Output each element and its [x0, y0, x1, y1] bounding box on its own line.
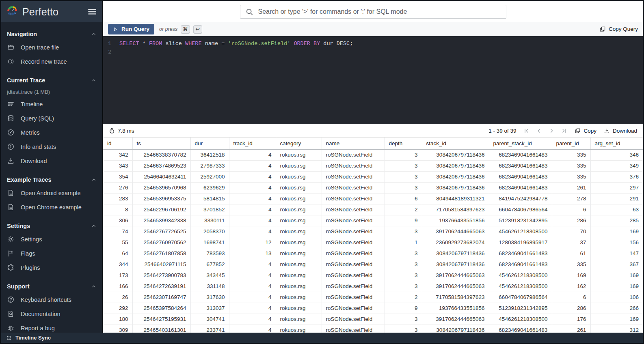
section-header-settings[interactable]: Settings — [1, 220, 102, 232]
cell-dur: 783593 — [190, 248, 229, 259]
sidebar-item-info-and-stats[interactable]: Info and stats — [1, 140, 102, 154]
section-header-support[interactable]: Support — [1, 280, 102, 292]
cell-name: roSGNode.setField — [322, 259, 385, 270]
download-results-button[interactable]: Download — [604, 128, 637, 134]
cell-depth: 9 — [385, 215, 422, 226]
sidebar-section-settings: SettingsSettingsFlagsPlugins — [1, 220, 102, 275]
cell-stack_id: 3917062444665063 — [422, 270, 489, 281]
database-icon — [7, 114, 15, 122]
sidebar-item-query-sql-[interactable]: Query (SQL) — [1, 111, 102, 125]
sidebar-item-settings[interactable]: Settings — [1, 232, 102, 246]
sidebar-item-metrics[interactable]: Metrics — [1, 125, 102, 140]
cell-id: 55 — [103, 237, 132, 248]
perfetto-logo-icon — [6, 6, 18, 18]
cell-parent_id: 6 — [552, 292, 590, 303]
cell-parent_stack_id: 6823469041661483 — [489, 171, 552, 182]
cell-ts: 25466374869523 — [132, 160, 190, 171]
cell-category: rokuos.rsg — [276, 281, 322, 292]
first-page-icon[interactable] — [523, 128, 529, 134]
section-header-current-trace[interactable]: Current Trace — [1, 74, 102, 86]
sidebar-item-label: Keyboard shortcuts — [21, 297, 71, 303]
sidebar-item-plugins[interactable]: Plugins — [1, 260, 102, 275]
search-input[interactable] — [258, 8, 501, 15]
cell-parent_id: 162 — [552, 281, 590, 292]
sidebar-item-download[interactable]: Download — [1, 154, 102, 168]
column-header-arg_set_id: arg_set_id — [590, 138, 643, 149]
cell-category: rokuos.rsg — [276, 314, 322, 325]
sidebar-item-keyboard-shortcuts[interactable]: Keyboard shortcuts — [1, 292, 102, 307]
cell-id: 342 — [103, 149, 132, 160]
cell-parent_stack_id: 5123918231342895 — [489, 215, 552, 226]
cell-stack_id: 3084206797118436 — [422, 248, 489, 259]
section-header-example-traces[interactable]: Example Traces — [1, 174, 102, 186]
table-row: 35425466404632411259270004rokuos.rsgroSG… — [103, 171, 643, 182]
cell-dur: 25927000 — [190, 171, 229, 182]
next-page-icon[interactable] — [549, 128, 555, 134]
copy-results-button[interactable]: Copy — [575, 128, 596, 134]
cell-track_id: 4 — [229, 182, 276, 193]
cell-name: roSGNode.setField — [322, 270, 385, 281]
cell-id: 306 — [103, 215, 132, 226]
cell-arg_set_id: 169 — [590, 226, 643, 237]
app-title: Perfetto — [22, 6, 58, 18]
folder-open-icon — [7, 43, 15, 51]
cell-stack_id: 3917062444665063 — [422, 226, 489, 237]
cell-parent_stack_id: 6823469041661483 — [489, 259, 552, 270]
cell-dur: 6239629 — [190, 182, 229, 193]
omnibox[interactable] — [240, 5, 506, 19]
cell-parent_id: 61 — [552, 248, 590, 259]
cell-arg_set_id: 169 — [590, 314, 643, 325]
cell-parent_stack_id: 5123918231342895 — [489, 303, 552, 314]
cell-stack_id: 3917062444665063 — [422, 314, 489, 325]
sidebar-item-label: Settings — [21, 236, 42, 243]
timeline-icon — [7, 100, 15, 108]
sidebar-item-timeline[interactable]: Timeline — [1, 97, 102, 111]
cell-parent_id: 70 — [552, 226, 590, 237]
section-header-navigation[interactable]: Navigation — [1, 28, 102, 40]
cell-name: roSGNode.setField — [322, 314, 385, 325]
table-row: 344254664029711156778524rokuos.rsgroSGNo… — [103, 259, 643, 270]
cell-ts: 25464272639191 — [132, 281, 190, 292]
results-toolbar: 7.8 ms 1 - 39 of 39 — [103, 124, 643, 138]
status-bar[interactable]: Timeline Sync — [1, 333, 643, 343]
editor-line: 1SELECT * FROM slice WHERE name = 'roSGN… — [103, 39, 643, 48]
sidebar-item-open-trace-file[interactable]: Open trace file — [1, 40, 102, 54]
prev-page-icon[interactable] — [536, 128, 542, 134]
pagination — [523, 128, 567, 134]
sidebar-item-record-new-trace[interactable]: Record new trace — [1, 54, 102, 69]
sidebar-header: Perfetto — [1, 1, 102, 22]
column-header-category: category — [276, 138, 322, 149]
cell-track_id: 13 — [229, 248, 276, 259]
cell-parent_stack_id: 4546261218308500 — [489, 314, 552, 325]
cell-arg_set_id: 376 — [590, 171, 643, 182]
cell-stack_id: 2360929273682074 — [422, 237, 489, 248]
table-row: 2832546539695337558148154rokuos.rsgroSGN… — [103, 193, 643, 204]
copy-query-button[interactable]: Copy Query — [599, 26, 638, 32]
sql-editor[interactable]: 1SELECT * FROM slice WHERE name = 'roSGN… — [103, 36, 643, 124]
sidebar-item-flags[interactable]: Flags — [1, 246, 102, 260]
column-header-track_id: track_id — [229, 138, 276, 149]
sidebar-item-open-chrome-example[interactable]: Open Chrome example — [1, 200, 102, 214]
sidebar-item-label: Open trace file — [21, 44, 59, 51]
last-page-icon[interactable] — [561, 128, 567, 134]
menu-icon[interactable] — [87, 6, 97, 17]
cell-ts: 25462307169747 — [132, 292, 190, 303]
cell-depth: 1 — [385, 237, 422, 248]
run-query-button[interactable]: Run Query — [108, 24, 154, 34]
download-icon — [7, 157, 15, 165]
sidebar-section-current-trace: Current Tracejdtest.trace (1 MB)Timeline… — [1, 74, 102, 168]
column-header-id: id — [103, 138, 132, 149]
chevron-up-icon — [91, 31, 97, 37]
cell-category: rokuos.rsg — [276, 215, 322, 226]
cell-id: 26 — [103, 292, 132, 303]
sidebar-item-open-android-example[interactable]: Open Android example — [1, 186, 102, 200]
cell-track_id: 4 — [229, 160, 276, 171]
cell-name: roSGNode.setField — [322, 182, 385, 193]
sidebar-item-label: Open Chrome example — [21, 204, 82, 211]
cell-id: 74 — [103, 226, 132, 237]
cell-parent_stack_id: 6604784067986564 — [489, 292, 552, 303]
cell-category: rokuos.rsg — [276, 248, 322, 259]
sidebar-item-documentation[interactable]: Documentation — [1, 307, 102, 321]
timeline-sync-label: Timeline Sync — [15, 335, 51, 341]
cell-arg_set_id: 266 — [590, 303, 643, 314]
